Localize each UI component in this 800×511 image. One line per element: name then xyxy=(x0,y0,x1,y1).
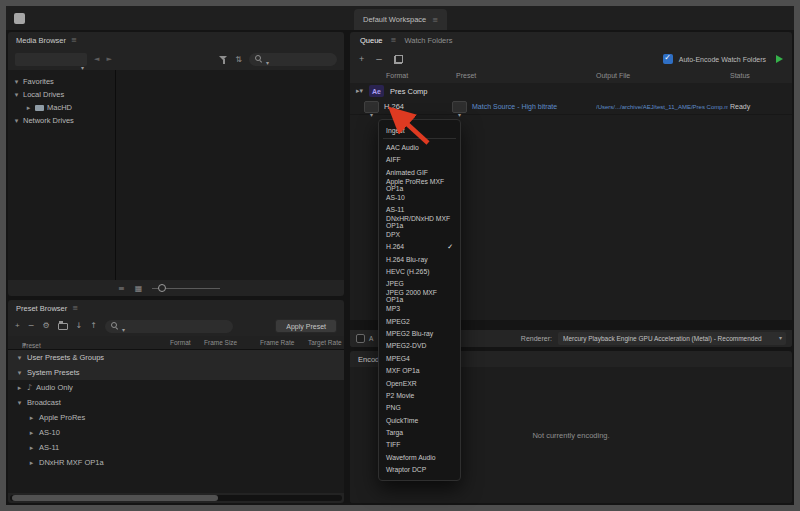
duplicate-icon[interactable] xyxy=(394,55,403,64)
format-menu-item[interactable]: JPEG 2000 MXF OP1a xyxy=(379,290,460,302)
format-menu-item[interactable]: AS-10 xyxy=(379,191,460,203)
queue-source-row[interactable]: ▾ Ae Pres Comp xyxy=(350,83,792,99)
format-menu-item[interactable]: P2 Movie xyxy=(379,389,460,401)
panel-menu-icon[interactable]: ≡ xyxy=(391,36,397,44)
column-format[interactable]: Format xyxy=(170,339,191,346)
add-preset-icon[interactable]: + xyxy=(15,322,20,330)
export-preset-icon[interactable]: ↑ xyxy=(90,322,97,330)
panel-menu-icon[interactable]: ≡ xyxy=(71,36,77,44)
format-dropdown-button[interactable] xyxy=(364,101,379,113)
format-menu-item[interactable]: H.264 xyxy=(379,241,460,253)
column-frame-size[interactable]: Frame Size xyxy=(204,339,237,346)
format-menu-item[interactable]: Waveform Audio xyxy=(379,451,460,463)
filter-icon[interactable] xyxy=(219,55,228,64)
workspace-tab[interactable]: Default Workspace ≡ xyxy=(354,9,447,30)
add-source-icon[interactable]: + xyxy=(359,55,364,64)
format-menu-item[interactable]: JPEG xyxy=(379,278,460,290)
format-menu-item[interactable]: MP3 xyxy=(379,302,460,314)
column-output-file[interactable]: Output File xyxy=(596,72,630,79)
thumbnail-view-icon[interactable]: ▦ xyxy=(135,284,143,293)
column-format[interactable]: Format xyxy=(386,72,408,79)
panel-menu-icon[interactable]: ≡ xyxy=(72,304,78,312)
media-file-list-area[interactable] xyxy=(117,70,344,280)
window-controls-icon[interactable] xyxy=(14,13,25,24)
expand-chevron-icon[interactable]: ▾ xyxy=(356,87,363,95)
tree-item[interactable]: MacHD xyxy=(8,101,115,114)
format-menu-item[interactable]: Wraptor DCP xyxy=(379,464,460,476)
format-menu-item[interactable]: MPEG4 xyxy=(379,352,460,364)
preset-row[interactable]: ♪ Broadcast xyxy=(8,395,344,410)
preset-dropdown-button[interactable] xyxy=(452,101,467,113)
forward-arrow-icon[interactable]: ► xyxy=(106,55,111,63)
chevron-icon[interactable] xyxy=(13,91,20,99)
format-menu-item[interactable]: MPEG2 xyxy=(379,315,460,327)
format-menu-item[interactable]: Apple ProRes MXF OP1a xyxy=(379,179,460,191)
format-menu-item[interactable]: Animated GIF xyxy=(379,166,460,178)
media-source-dropdown[interactable] xyxy=(15,53,87,66)
start-queue-button[interactable] xyxy=(776,55,783,63)
chevron-icon[interactable] xyxy=(28,444,35,452)
chevron-icon[interactable] xyxy=(25,104,32,112)
preset-row[interactable]: ♪ AS-10 xyxy=(8,425,344,440)
new-group-icon[interactable] xyxy=(58,323,68,330)
zoom-slider-knob[interactable] xyxy=(158,284,166,292)
column-target-rate[interactable]: Target Rate xyxy=(308,339,342,346)
preset-row[interactable]: ♪ AS-11 xyxy=(8,440,344,455)
apply-preset-button[interactable]: Apply Preset xyxy=(275,319,337,333)
zoom-slider[interactable] xyxy=(152,288,220,289)
sort-icon[interactable]: ⇅ xyxy=(235,55,242,64)
preset-row[interactable]: ♪ System Presets xyxy=(8,365,344,380)
workspace-menu-icon[interactable]: ≡ xyxy=(432,16,438,24)
format-menu-item[interactable]: DPX xyxy=(379,228,460,240)
format-menu-item[interactable]: TIFF xyxy=(379,439,460,451)
renderer-dropdown[interactable]: Mercury Playback Engine GPU Acceleration… xyxy=(558,332,786,345)
format-menu-item[interactable]: AIFF xyxy=(379,154,460,166)
import-preset-icon[interactable]: ↓ xyxy=(76,322,83,330)
preset-row[interactable]: ♪ DNxHR MXF OP1a xyxy=(8,455,344,470)
job-preset-link[interactable]: Match Source - High bitrate xyxy=(472,103,557,110)
format-menu-item[interactable]: OpenEXR xyxy=(379,377,460,389)
chevron-icon[interactable] xyxy=(16,399,23,407)
column-preset[interactable]: Preset xyxy=(456,72,476,79)
chevron-icon[interactable] xyxy=(28,459,35,467)
horizontal-scrollbar[interactable] xyxy=(10,495,342,501)
chevron-icon[interactable] xyxy=(13,78,20,86)
tree-item[interactable]: Favorites xyxy=(8,75,115,88)
chevron-icon[interactable] xyxy=(13,117,20,125)
format-menu-item[interactable]: AS-11 xyxy=(379,203,460,215)
tab-watch-folders[interactable]: Watch Folders xyxy=(404,36,452,45)
footer-checkbox[interactable] xyxy=(356,334,365,343)
format-menu-item[interactable]: H.264 Blu-ray xyxy=(379,253,460,265)
format-menu-item[interactable]: Targa xyxy=(379,426,460,438)
job-output-file-link[interactable]: /Users/.../archive/AEJ/test_11_AME/Pres … xyxy=(596,104,728,110)
list-view-icon[interactable]: ≡ xyxy=(118,284,125,293)
format-menu-item[interactable]: DNxHR/DNxHD MXF OP1a xyxy=(379,216,460,228)
format-menu-item[interactable]: MXF OP1a xyxy=(379,364,460,376)
format-menu-item[interactable]: HEVC (H.265) xyxy=(379,265,460,277)
column-status[interactable]: Status xyxy=(730,72,750,79)
format-menu-item[interactable]: MPEG2-DVD xyxy=(379,340,460,352)
scrollbar-thumb[interactable] xyxy=(12,495,218,501)
media-search-input[interactable] xyxy=(249,53,337,66)
tab-queue[interactable]: Queue xyxy=(360,36,383,45)
remove-icon[interactable]: − xyxy=(375,55,383,64)
auto-encode-checkbox[interactable] xyxy=(663,54,673,64)
chevron-icon[interactable] xyxy=(16,354,23,362)
preset-row[interactable]: ♪ User Presets & Groups xyxy=(8,350,344,365)
format-menu-item[interactable]: QuickTime xyxy=(379,414,460,426)
preset-search-input[interactable] xyxy=(105,320,233,333)
chevron-icon[interactable] xyxy=(28,414,35,422)
remove-preset-icon[interactable]: − xyxy=(28,322,35,330)
chevron-icon[interactable] xyxy=(28,429,35,437)
preset-settings-icon[interactable]: ⚙ xyxy=(42,322,49,330)
chevron-icon[interactable] xyxy=(16,384,23,392)
tree-item[interactable]: Local Drives xyxy=(8,88,115,101)
format-menu-item[interactable]: MPEG2 Blu-ray xyxy=(379,327,460,339)
column-frame-rate[interactable]: Frame Rate xyxy=(260,339,294,346)
tree-item[interactable]: Network Drives xyxy=(8,114,115,127)
back-arrow-icon[interactable]: ◄ xyxy=(94,55,99,63)
preset-row[interactable]: ♪ Audio Only xyxy=(8,380,344,395)
format-menu-item[interactable]: PNG xyxy=(379,402,460,414)
chevron-icon[interactable] xyxy=(16,369,23,377)
preset-row[interactable]: ♪ Apple ProRes xyxy=(8,410,344,425)
